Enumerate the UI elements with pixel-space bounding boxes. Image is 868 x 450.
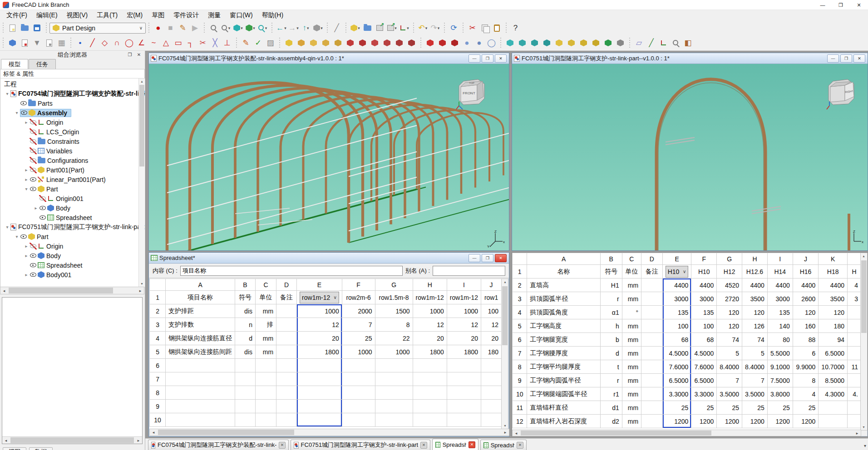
create-part-button[interactable]: ▾ [349, 22, 361, 34]
cell[interactable] [641, 292, 663, 306]
cell[interactable]: 12 [297, 318, 342, 332]
dock-float-button[interactable]: ❐ [127, 51, 133, 58]
cell[interactable] [375, 413, 413, 427]
cell[interactable]: 2720 [717, 292, 742, 306]
cell[interactable] [847, 415, 861, 428]
column-header[interactable]: D [276, 279, 297, 291]
cell[interactable] [819, 401, 848, 415]
cell[interactable]: 支护排数 [166, 318, 235, 332]
column-header[interactable]: H [742, 253, 768, 265]
tree-item-assembly[interactable]: ▾Assembly [0, 108, 145, 117]
cell[interactable]: 单位 [256, 291, 276, 304]
cell[interactable]: 直墙锚杆入岩石深度 [527, 415, 600, 428]
column-header[interactable]: E [297, 279, 342, 291]
cell[interactable] [342, 386, 375, 400]
tree-item-part[interactable]: ▾Part [0, 232, 145, 241]
cell[interactable] [847, 401, 861, 415]
row-header[interactable]: 6 [150, 359, 166, 372]
part-window-titlebar[interactable]: FC0751城门洞型隧洞工字钢支护-str-link-part--v1.0.0 … [512, 53, 868, 64]
expander-icon[interactable]: ▸ [23, 120, 30, 125]
revolution-button[interactable] [295, 37, 307, 49]
column-header[interactable]: J [793, 253, 819, 265]
row-header[interactable]: 3 [513, 292, 527, 306]
expander-icon[interactable]: ▾ [14, 110, 20, 115]
cell[interactable]: 钢拱架纵向连接筋间距 [166, 345, 235, 359]
datum-plane-button[interactable]: ▱ [633, 37, 645, 49]
view-rotate-button[interactable]: ▾ [312, 22, 324, 34]
row-header[interactable]: 2 [150, 304, 166, 318]
zoom-selection-button[interactable] [670, 37, 682, 49]
menu-item-2[interactable]: 编辑(E) [32, 10, 62, 20]
cell[interactable]: 88 [793, 333, 819, 347]
cell[interactable]: 135 [691, 306, 717, 319]
maximize-button[interactable]: ❐ [832, 0, 850, 10]
validate-sketch-button[interactable]: ▦ [55, 37, 68, 49]
row-header[interactable]: 10 [513, 387, 527, 401]
row-header[interactable]: 3 [150, 318, 166, 332]
cell[interactable]: 3.3000 [691, 387, 717, 401]
cell[interactable] [276, 386, 297, 400]
cell[interactable] [847, 374, 861, 387]
constraint-coincident-button[interactable]: ⊥ [221, 37, 233, 49]
cell[interactable]: 74 [717, 333, 742, 347]
dock-close-button[interactable]: ✕ [136, 51, 142, 58]
tree-item-origin001[interactable]: Origin001 [0, 194, 145, 203]
cell[interactable]: 备注 [641, 265, 663, 279]
cell[interactable] [276, 318, 297, 332]
row-header[interactable]: 9 [150, 400, 166, 413]
cell[interactable]: 100 [691, 319, 717, 333]
scroll-right-icon[interactable]: ▸ [135, 437, 142, 444]
minimize-button[interactable]: — [814, 0, 832, 10]
property-editor[interactable]: ◂ ▸ [2, 297, 143, 444]
cell[interactable]: 4400 [793, 279, 819, 292]
tree-horizontal-scrollbar[interactable]: ◂ ▸ [0, 287, 144, 294]
tree-item-body[interactable]: ▸Body [0, 251, 145, 260]
nav-back-button[interactable]: ←▾ [275, 22, 287, 34]
cell[interactable] [641, 360, 663, 374]
whats-this-button[interactable]: ? [509, 22, 522, 34]
cell[interactable] [847, 306, 861, 319]
cell[interactable]: 3.3000 [662, 387, 691, 401]
column-header[interactable]: F [342, 279, 375, 291]
nav-forward-button[interactable]: →▾ [287, 22, 300, 34]
boolean-common-button[interactable] [449, 37, 461, 49]
cell[interactable] [256, 359, 276, 372]
cell[interactable]: ° [622, 306, 641, 319]
cell[interactable] [166, 400, 235, 413]
column-header[interactable]: H [413, 279, 447, 291]
cell[interactable]: 4400 [767, 279, 793, 292]
cell[interactable]: mm [256, 332, 276, 345]
cell[interactable] [256, 372, 276, 386]
cell[interactable]: 100 [662, 319, 691, 333]
pocket-button[interactable] [344, 37, 356, 49]
cut-button[interactable]: ✂ [466, 22, 478, 34]
scroll-right-icon[interactable]: ▸ [137, 287, 144, 294]
cell[interactable]: r1 [600, 387, 622, 401]
cell[interactable]: 4.5000 [691, 347, 717, 360]
cell[interactable] [447, 413, 481, 427]
scroll-down-icon[interactable]: ▾ [861, 424, 867, 430]
tree-item-spreadsheet[interactable]: Spreadsheet [0, 213, 145, 222]
cell[interactable]: 排 [256, 318, 276, 332]
cell[interactable]: d2 [600, 415, 622, 428]
cell[interactable]: 4.5000 [662, 347, 691, 360]
cell[interactable]: 1000 [375, 345, 413, 359]
row-header[interactable]: 11 [513, 401, 527, 415]
scroll-left-icon[interactable]: ◂ [150, 429, 157, 435]
chamfer-button[interactable] [516, 37, 528, 49]
cell[interactable]: 备注 [276, 291, 297, 304]
cell[interactable]: H [847, 265, 861, 279]
scrollbar-track[interactable] [157, 429, 502, 435]
column-header[interactable]: F [691, 253, 717, 265]
cell[interactable]: 1000 [342, 345, 375, 359]
tree-item-configurations[interactable]: Configurations [0, 156, 145, 165]
scrollbar-thumb[interactable] [502, 286, 508, 345]
cell[interactable]: α1 [600, 306, 622, 319]
cell[interactable] [481, 359, 502, 372]
column-header[interactable]: C [256, 279, 276, 291]
menu-item-7[interactable]: 零件设计 [169, 10, 203, 20]
tree-item-constraints[interactable]: Constraints [0, 137, 145, 146]
cell[interactable]: 135 [767, 306, 793, 319]
cell[interactable] [641, 347, 663, 360]
cell[interactable]: mm [622, 319, 641, 333]
